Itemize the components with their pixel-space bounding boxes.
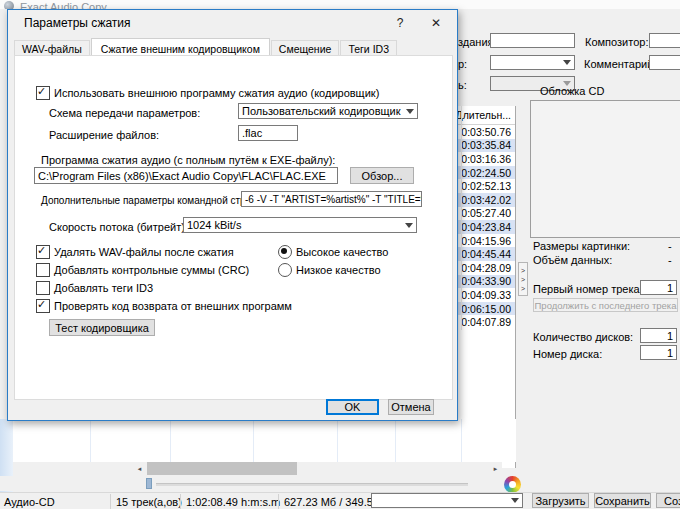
year-field[interactable]	[490, 33, 575, 48]
chevron-right-icon: >	[521, 266, 525, 275]
extension-label: Расширение файлов:	[49, 129, 159, 141]
status-separator	[278, 494, 279, 509]
program-path-field[interactable]: C:\Program Files (x86)\Exact Audio Copy\…	[34, 167, 338, 184]
horizontal-scrollbar[interactable]: ◄ ►	[133, 462, 502, 475]
add-crc-label: Добавлять контрольные суммы (CRC)	[54, 264, 249, 276]
low-quality-label: Низкое качество	[296, 264, 381, 276]
screen: Exact Audio Copy здания: Композитор: р: …	[0, 0, 680, 509]
disc-number-field[interactable]: 1	[640, 345, 677, 360]
program-label: Программа сжатия аудио (с полным путём к…	[41, 154, 335, 166]
add-id3-label: Добавлять теги ID3	[54, 282, 153, 294]
chevron-right-icon: >	[521, 275, 525, 284]
grid-line	[253, 419, 254, 462]
dialog-title: Параметры сжатия	[24, 16, 131, 30]
scroll-right-button[interactable]: ►	[489, 462, 502, 475]
bitrate-label: Скорость потока (битрейт):	[49, 221, 188, 233]
scheme-dropdown[interactable]: Пользовательский кодировщик	[238, 103, 418, 119]
help-icon: ?	[397, 16, 404, 30]
image-size-label: Размеры картинки:	[533, 240, 630, 252]
scrollbar-thumb[interactable]	[147, 462, 297, 475]
comment-field[interactable]	[649, 55, 680, 70]
metadata-source-dropdown[interactable]	[371, 493, 523, 508]
ok-button[interactable]: OK	[326, 399, 379, 415]
chevron-down-icon	[511, 498, 519, 503]
app-icon	[4, 1, 14, 9]
chevron-right-icon: >	[521, 284, 525, 293]
scroll-left-icon: ◄	[137, 466, 143, 472]
load-button[interactable]: Загрузить	[532, 493, 589, 508]
delete-wav-label: Удалять WAV-файлы после сжатия	[54, 246, 234, 258]
image-size-value: -	[668, 240, 672, 252]
main-window-title: Exact Audio Copy	[20, 1, 107, 9]
status-separator	[180, 494, 181, 509]
scheme-label: Схема передачи параметров:	[49, 107, 200, 119]
grid-line	[461, 419, 462, 462]
lang-label-partial: ь:	[458, 79, 467, 91]
add-id3-checkbox[interactable]	[36, 281, 50, 295]
genre-dropdown[interactable]	[490, 55, 575, 70]
check-return-checkbox[interactable]	[36, 299, 50, 313]
low-quality-radio[interactable]	[278, 263, 292, 277]
status-separator	[110, 494, 111, 509]
scroll-left-button[interactable]: ◄	[133, 462, 146, 475]
range-slider-bar	[0, 476, 680, 491]
use-external-label: Использовать внешнюю программу сжатия ау…	[54, 87, 379, 99]
compression-options-dialog: Параметры сжатия ? ✕ WAV-файлы Сжатие вн…	[7, 9, 458, 421]
grid-line	[90, 419, 91, 462]
extension-field[interactable]: .flac	[238, 125, 298, 141]
genre-label-partial: р:	[458, 58, 467, 70]
delete-wav-checkbox[interactable]	[36, 245, 50, 259]
composer-field[interactable]	[649, 33, 680, 48]
slider-groove[interactable]	[156, 483, 468, 486]
cd-cover-label: Обложка CD	[540, 85, 604, 97]
grid-line	[337, 419, 338, 462]
test-encoder-button[interactable]: Тест кодировщика	[49, 319, 155, 336]
scroll-right-icon: ►	[493, 466, 499, 472]
help-button[interactable]: ?	[387, 14, 413, 32]
dialog-titlebar[interactable]: Параметры сжатия ? ✕	[8, 10, 457, 36]
add-crc-checkbox[interactable]	[36, 263, 50, 277]
slider-handle[interactable]	[146, 478, 152, 489]
chevron-down-icon	[406, 109, 414, 114]
metadata-provider-icon[interactable]	[504, 476, 521, 493]
grid-line	[395, 419, 396, 462]
bitrate-dropdown[interactable]: 1024 kBit/s	[183, 217, 417, 233]
disc-count-field[interactable]: 1	[640, 328, 677, 343]
continue-last-track-button[interactable]: Продолжить с последнего трека	[533, 298, 678, 312]
track-list-empty-area	[13, 419, 516, 462]
check-return-label: Проверять код возврата от внешних програ…	[54, 300, 292, 312]
first-track-field[interactable]: 1	[640, 280, 677, 295]
save-button[interactable]: Сохранить	[594, 493, 651, 508]
cd-cover-box[interactable]	[530, 100, 680, 238]
status-track-count: 15 трек(а,ов)	[116, 496, 182, 508]
data-size-value: -	[668, 254, 672, 266]
grid-line	[170, 419, 171, 462]
chevron-down-icon	[405, 223, 413, 228]
panel-splitter-handle[interactable]: > > >	[518, 262, 528, 296]
close-icon: ✕	[431, 16, 441, 30]
status-total-time: 1:02:08.49 h:m:s.m	[186, 496, 280, 508]
chevron-down-icon	[563, 60, 571, 65]
first-track-label: Первый номер трека:	[533, 283, 643, 295]
cmdline-label: Дополнительные параметры командной строк…	[41, 195, 264, 206]
browse-button[interactable]: Обзор...	[350, 167, 414, 184]
use-external-checkbox[interactable]	[36, 86, 50, 100]
high-quality-radio[interactable]	[278, 245, 292, 259]
main-window-titlebar: Exact Audio Copy	[0, 0, 680, 9]
create-button[interactable]: Созд	[656, 493, 680, 508]
data-size-label: Объём данных:	[533, 254, 612, 266]
close-button[interactable]: ✕	[423, 14, 449, 32]
icon-center	[509, 481, 516, 488]
status-media-type: Аудио-CD	[4, 496, 55, 508]
column-separator	[461, 106, 462, 330]
composer-label: Композитор:	[585, 36, 648, 48]
disc-count-label: Количество дисков:	[533, 331, 633, 343]
cancel-button[interactable]: Отмена	[388, 399, 434, 415]
high-quality-label: Высокое качество	[296, 246, 388, 258]
disc-number-label: Номер диска:	[533, 348, 602, 360]
cmdline-field[interactable]: -6 -V -T "ARTIST=%artist%" -T "TITLE=%ti…	[241, 191, 422, 207]
comment-label: Комментарий:	[584, 58, 656, 70]
